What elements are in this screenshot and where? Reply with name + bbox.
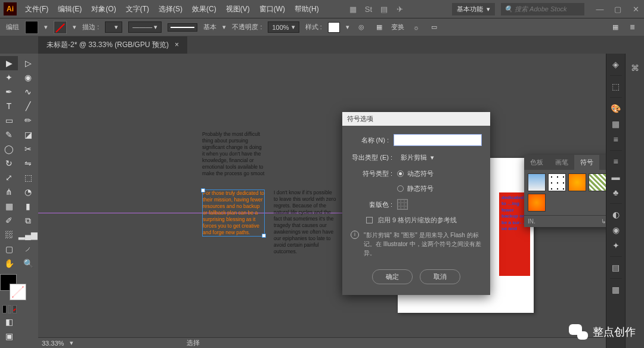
panel-menu-icon[interactable]: ≣ — [626, 21, 638, 33]
scale-tool[interactable]: ⤢ — [0, 170, 18, 185]
menu-effect[interactable]: 效果(C) — [188, 2, 220, 17]
static-symbol-radio[interactable]: 静态符号 — [397, 184, 434, 193]
menu-view[interactable]: 视图(V) — [222, 2, 253, 17]
isolate-icon[interactable]: ☼ — [410, 21, 422, 33]
shaper-tool[interactable]: ◯ — [0, 142, 18, 156]
menu-edit[interactable]: 编辑(E) — [54, 2, 85, 17]
more-icon[interactable]: ▦ — [609, 282, 623, 297]
zoom-tool[interactable]: 🔍 — [19, 256, 37, 271]
graphic-styles-icon[interactable]: ✦ — [609, 238, 623, 253]
transparency-icon[interactable]: ◐ — [609, 207, 623, 222]
workspace-switcher[interactable]: 基本功能▾ — [452, 3, 495, 15]
fill-swatch[interactable] — [25, 21, 38, 34]
ok-button[interactable]: 确定 — [372, 269, 413, 284]
stroke-swatch[interactable] — [54, 21, 67, 34]
eraser-tool[interactable]: ◪ — [19, 128, 37, 142]
brushes-icon[interactable]: ≡ — [609, 132, 623, 147]
none-mode[interactable] — [13, 305, 17, 313]
swatches-icon[interactable]: ▦ — [609, 117, 623, 131]
rotate-tool[interactable]: ↻ — [0, 156, 18, 170]
draw-mode[interactable]: ◧ — [0, 315, 18, 329]
symbol-thumb[interactable] — [589, 173, 606, 191]
menu-type[interactable]: 文字(T) — [122, 2, 153, 17]
curvature-tool[interactable]: ∿ — [19, 85, 37, 99]
screen-mode[interactable]: ▣ — [0, 329, 18, 343]
gradient-tool[interactable]: ▮ — [19, 199, 37, 213]
slice-tool[interactable]: ⟋ — [19, 242, 37, 256]
brush-def[interactable] — [168, 23, 197, 32]
search-stock-input[interactable]: 🔍 搜索 Adobe Stock — [501, 3, 584, 15]
appearance-icon[interactable]: ◉ — [609, 223, 623, 237]
eyedropper-tool[interactable]: ✐ — [0, 213, 18, 228]
minimize-icon[interactable]: — — [595, 4, 605, 14]
stock-icon[interactable]: St — [364, 4, 373, 14]
canvas[interactable]: Probably the most difficult thing about … — [38, 54, 606, 348]
close-icon[interactable]: ✕ — [631, 4, 640, 14]
maximize-icon[interactable]: ▢ — [613, 4, 623, 14]
type-tool[interactable]: T — [0, 99, 18, 113]
registration-grid[interactable] — [397, 199, 408, 210]
gradient-panel-icon[interactable]: ▬ — [609, 170, 623, 184]
bridge-icon[interactable]: ▦ — [348, 4, 358, 14]
brush-tool[interactable]: ✎ — [0, 128, 18, 142]
cancel-button[interactable]: 取消 — [420, 269, 460, 284]
cc-libraries-icon[interactable]: ⌘ — [628, 61, 642, 75]
layers-icon[interactable]: ◈ — [609, 57, 623, 72]
document-tab[interactable]: 未标题-2* @ 33.33% (RGB/GPU 预览)× — [38, 36, 187, 54]
shape-builder-tool[interactable]: ◔ — [19, 185, 37, 199]
text-frame-1[interactable]: Probably the most difficult thing about … — [202, 131, 265, 177]
symbol-spray-tool[interactable]: ⛆ — [0, 228, 18, 242]
opacity-value[interactable]: 100% ▾ — [268, 21, 299, 33]
grid-icon[interactable]: ▦ — [609, 21, 621, 33]
symbol-thumb[interactable] — [528, 173, 546, 191]
lasso-tool[interactable]: ◉ — [19, 70, 37, 85]
text-frame-3[interactable]: I don't know if it's possible to leave t… — [274, 189, 336, 255]
free-transform-tool[interactable]: ⬚ — [19, 170, 37, 185]
menu-select[interactable]: 选择(S) — [155, 2, 186, 17]
artboards-icon[interactable]: ⬚ — [609, 79, 623, 94]
name-input[interactable] — [394, 134, 482, 146]
tab-brushes[interactable]: 画笔 — [549, 155, 574, 170]
clubs-icon[interactable]: ♣ — [609, 185, 623, 200]
hand-tool[interactable]: ✋ — [0, 256, 18, 271]
symbol-thumb[interactable] — [568, 173, 586, 191]
close-tab-icon[interactable]: × — [175, 41, 179, 49]
menu-file[interactable]: 文件(F) — [21, 2, 52, 17]
pencil-tool[interactable]: ✏ — [19, 113, 37, 128]
tab-swatches[interactable]: 色板 — [524, 155, 549, 170]
blend-tool[interactable]: ⧉ — [19, 213, 37, 228]
gpu-icon[interactable]: ✈ — [395, 4, 404, 14]
nine-slice-checkbox[interactable] — [366, 217, 373, 223]
reflect-tool[interactable]: ⇋ — [19, 156, 37, 170]
library-icon[interactable]: IN. — [528, 218, 535, 225]
menu-object[interactable]: 对象(O) — [88, 2, 119, 17]
width-tool[interactable]: ⋔ — [0, 185, 18, 199]
line-tool[interactable]: ╱ — [19, 99, 37, 113]
arrange-icon[interactable]: ▤ — [379, 4, 389, 14]
gradient-mode[interactable] — [8, 305, 12, 313]
dynamic-symbol-radio[interactable]: 动态符号 — [397, 169, 434, 178]
menu-help[interactable]: 帮助(H) — [291, 2, 323, 17]
style-swatch[interactable] — [328, 22, 340, 33]
pen-tool[interactable]: ✒ — [0, 85, 18, 99]
artboard-tool[interactable]: ▢ — [0, 242, 18, 256]
symbol-thumb[interactable] — [528, 194, 546, 212]
direct-select-tool[interactable]: ▷ — [19, 56, 37, 70]
menu-window[interactable]: 窗口(W) — [256, 2, 289, 17]
rectangle-tool[interactable]: ▭ — [0, 113, 18, 128]
place-icon[interactable]: ↳ — [601, 218, 606, 225]
color-mode[interactable] — [2, 305, 7, 313]
mesh-tool[interactable]: ▦ — [0, 199, 18, 213]
text-frame-selected[interactable]: For those truly dedicated to their missi… — [202, 189, 265, 237]
scissors-tool[interactable]: ✂ — [19, 142, 37, 156]
symbol-thumb[interactable] — [548, 173, 566, 191]
export-type-dropdown[interactable]: 影片剪辑 ▾ — [397, 152, 438, 163]
stroke-weight[interactable]: ▾ — [105, 21, 122, 33]
selection-tool[interactable]: ▶ — [0, 56, 18, 70]
vw-profile[interactable]: ——— ▾ — [128, 21, 162, 33]
recolor-icon[interactable]: ◎ — [355, 21, 367, 33]
magic-wand-tool[interactable]: ✦ — [0, 70, 18, 85]
tab-symbols[interactable]: 符号 — [574, 155, 599, 170]
graph-tool[interactable]: ▂▄▆ — [19, 228, 37, 242]
shape-icon[interactable]: ▭ — [428, 21, 440, 33]
